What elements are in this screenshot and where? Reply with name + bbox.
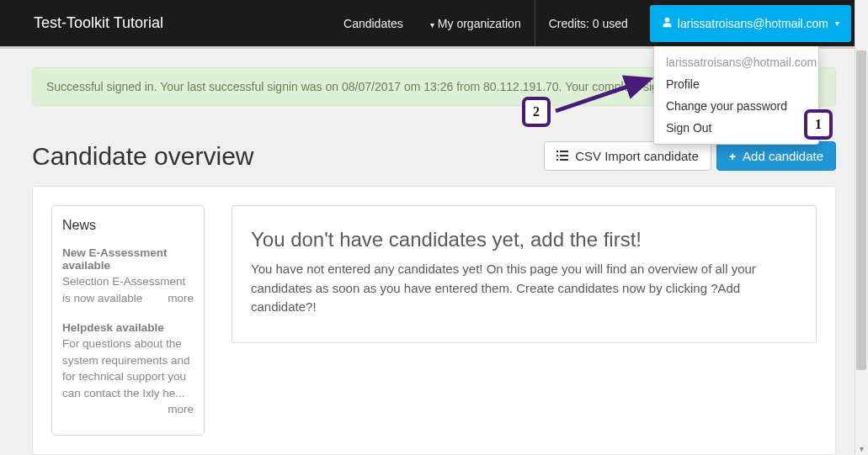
- page-title: Candidate overview: [32, 142, 544, 171]
- scroll-down-icon[interactable]: ▾: [855, 442, 868, 455]
- annotation-2-box: 2: [522, 97, 551, 127]
- nav-my-org-label: My organization: [438, 17, 521, 30]
- svg-line-6: [556, 79, 650, 111]
- nav-credits[interactable]: Credits: 0 used: [535, 0, 642, 46]
- top-navbar: Test-Toolkit Tutorial Candidates My orga…: [0, 0, 868, 46]
- dropdown-profile[interactable]: Profile: [654, 73, 818, 95]
- news-item: Helpdesk available For questions about t…: [62, 321, 194, 401]
- news-item-desc: For questions about the system requireme…: [62, 337, 190, 399]
- dropdown-email: larissatroisans@hotmail.com: [654, 51, 818, 73]
- list-icon: [556, 150, 568, 163]
- svg-rect-2: [556, 155, 558, 156]
- news-item-title: Helpdesk available: [62, 321, 194, 334]
- empty-state-title: You don't have candidates yet, add the f…: [251, 228, 797, 251]
- nav-items: Candidates My organization Credits: 0 us…: [330, 0, 851, 46]
- page-header-row: Candidate overview CSV Import candidate …: [32, 141, 836, 171]
- csv-import-label: CSV Import candidate: [575, 149, 699, 163]
- user-dropdown-menu: larissatroisans@hotmail.com Profile Chan…: [653, 46, 819, 145]
- nav-link-candidates[interactable]: Candidates: [330, 0, 417, 46]
- scrollbar-thumb[interactable]: [856, 50, 866, 370]
- user-icon: [662, 17, 673, 30]
- caret-down-icon: [430, 17, 438, 30]
- user-email-label: larissatroisans@hotmail.com: [678, 17, 828, 30]
- news-item-title: New E-Assessment available: [62, 246, 194, 272]
- caret-down-icon: ▾: [835, 19, 839, 28]
- dropdown-sign-out[interactable]: Sign Out: [654, 117, 818, 139]
- annotation-1: 1: [804, 109, 833, 140]
- add-candidate-label: Add candidate: [743, 149, 823, 163]
- plus-icon: +: [729, 150, 736, 163]
- news-sidebar: News New E-Assessment available Selectio…: [51, 205, 205, 436]
- svg-rect-3: [560, 155, 568, 156]
- svg-rect-5: [560, 159, 568, 161]
- svg-rect-0: [556, 151, 558, 152]
- annotation-2: 2: [522, 97, 551, 127]
- vertical-scrollbar[interactable]: ▾: [855, 0, 868, 455]
- brand-title[interactable]: Test-Toolkit Tutorial: [34, 14, 330, 32]
- empty-state-panel: You don't have candidates yet, add the f…: [232, 205, 817, 343]
- news-heading: News: [62, 218, 194, 233]
- annotation-arrow-icon: [551, 71, 660, 118]
- news-more-link[interactable]: more: [168, 290, 194, 307]
- annotation-1-box: 1: [804, 109, 833, 140]
- user-menu-button[interactable]: larissatroisans@hotmail.com ▾: [650, 5, 851, 42]
- svg-rect-4: [556, 159, 558, 161]
- content-panel: News New E-Assessment available Selectio…: [32, 186, 836, 455]
- dropdown-change-password[interactable]: Change your password: [654, 95, 818, 117]
- add-candidate-button[interactable]: + Add candidate: [716, 141, 836, 171]
- news-more-link[interactable]: more: [168, 401, 194, 418]
- svg-rect-1: [560, 151, 568, 152]
- nav-link-my-organization[interactable]: My organization: [417, 0, 535, 46]
- news-item: New E-Assessment available Selection E-A…: [62, 246, 194, 306]
- csv-import-button[interactable]: CSV Import candidate: [544, 141, 711, 171]
- empty-state-body: You have not entered any candidates yet!…: [251, 260, 797, 317]
